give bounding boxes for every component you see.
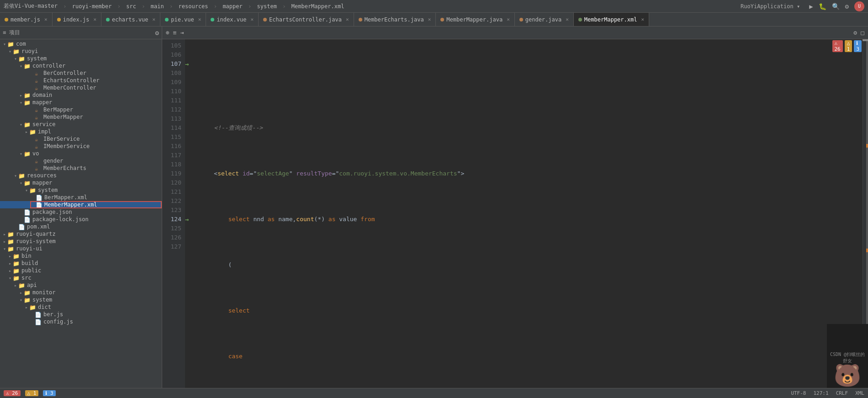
tab-index-vue[interactable]: index.vue ✕: [206, 13, 259, 26]
tree-item-package-json[interactable]: 📄 package.json: [0, 208, 162, 216]
tree-item-controller[interactable]: ▾ 📁 controller: [0, 62, 162, 69]
search-icon[interactable]: 🔍: [832, 3, 840, 10]
code-editor[interactable]: <!--查询成绩--> <select id="selectAge" resul…: [194, 39, 863, 388]
view-icon[interactable]: □: [861, 29, 864, 36]
tree-item-bin[interactable]: ▸ 📁 bin: [0, 252, 162, 260]
close-tab-icon[interactable]: ✕: [346, 16, 349, 22]
scroll-indicator[interactable]: [863, 39, 868, 41]
expand-arrow: ▾: [2, 246, 7, 251]
code-line-106: <!--查询成绩-->: [200, 123, 857, 133]
tab-member-mapper-java[interactable]: MemberMapper.java ✕: [436, 13, 514, 26]
tree-item-build[interactable]: ▸ 📁 build: [0, 260, 162, 267]
expand-arrow: ▸: [18, 93, 24, 98]
tab-member-js[interactable]: member.js ✕: [0, 13, 53, 26]
tree-item-monitor[interactable]: ▸ 📁 monitor: [0, 289, 162, 296]
tree-item-pom-xml[interactable]: 📄 pom.xml: [0, 223, 162, 230]
tree-item-domain[interactable]: ▸ 📁 domain: [0, 91, 162, 99]
java-file-icon: ☕: [35, 85, 42, 90]
expand-arrow: ▾: [7, 276, 13, 281]
navigate-back-icon[interactable]: ⊕: [166, 29, 169, 36]
tree-item-ruoyi[interactable]: ▾ 📁 ruoyi: [0, 48, 162, 55]
settings2-icon[interactable]: ⚙: [853, 29, 857, 36]
tree-item-mapper-xml[interactable]: ▾ 📁 mapper: [0, 179, 162, 186]
tree-item-package-lock-json[interactable]: 📄 package-lock.json: [0, 216, 162, 223]
tree-item-member-mapper-xml[interactable]: 📄 MemberMapper.xml: [0, 201, 162, 208]
tree-item-resources[interactable]: ▾ 📁 resources: [0, 172, 162, 179]
close-tab-icon[interactable]: ✕: [641, 16, 644, 22]
json-file-icon: 📄: [24, 209, 31, 215]
tree-item-dict[interactable]: ▸ 📁 dict: [0, 303, 162, 311]
tree-item-public[interactable]: ▸ 📁 public: [0, 267, 162, 274]
folder-icon: 📁: [13, 48, 20, 54]
tree-item-ruoyi-system[interactable]: ▸ 📁 ruoyi-system: [0, 238, 162, 245]
folder-icon: 📁: [29, 129, 37, 134]
tab-member-echarts-java[interactable]: MemberEcharts.java ✕: [354, 13, 436, 26]
tree-item-ruoyi-quartz[interactable]: ▸ 📁 ruoyi-quartz: [0, 230, 162, 238]
tab-echarts-vue[interactable]: echarts.vue ✕: [101, 13, 160, 26]
tab-index-js[interactable]: index.js ✕: [53, 13, 101, 26]
tree-item-api[interactable]: ▸ 📁 api: [0, 281, 162, 289]
tree-item-ber-js[interactable]: 📄 ber.js: [0, 311, 162, 318]
expand-arrow: ▸: [24, 305, 29, 310]
tree-item-config-js[interactable]: 📄 config.js: [0, 318, 162, 325]
folder-icon: 📁: [24, 92, 31, 98]
indent-icon[interactable]: ⇥: [180, 29, 184, 36]
tree-item-com[interactable]: ▾ 📁 com: [0, 40, 162, 48]
tree-item-src[interactable]: ▾ 📁 src: [0, 274, 162, 281]
close-tab-icon[interactable]: ✕: [566, 16, 569, 22]
line-numbers: 105 106 107 108 109 110 111 112 113 114 …: [162, 39, 185, 388]
expand-arrow: ▸: [2, 232, 7, 237]
java-file-icon: ☕: [35, 70, 42, 76]
info-count-badge: ℹ 3: [854, 40, 862, 52]
expand-arrow: ▾: [13, 173, 18, 178]
tree-item-system-xml[interactable]: ▾ 📁 system: [0, 186, 162, 194]
tree-item-vo[interactable]: ▾ 📁 vo: [0, 150, 162, 157]
tree-item-ber-mapper-xml[interactable]: 📄 BerMapper.xml: [0, 194, 162, 201]
status-filetype: XML: [855, 390, 864, 396]
settings-icon[interactable]: ⚙: [155, 29, 159, 37]
tab-gender-java[interactable]: gender.java ✕: [515, 13, 574, 26]
js-icon: [57, 18, 61, 21]
tab-pie-vue[interactable]: pie.vue ✕: [160, 13, 206, 26]
tree-item-member-echarts[interactable]: ☕ MemberEcharts: [0, 165, 162, 172]
run-icon[interactable]: ▶: [809, 3, 813, 10]
status-line-col: 127:1: [814, 390, 829, 396]
settings-icon[interactable]: ⚙: [845, 3, 849, 10]
expand-arrow: ▾: [18, 64, 24, 69]
tree-item-member-controller[interactable]: ☕ MemberController: [0, 84, 162, 91]
close-tab-icon[interactable]: ✕: [428, 16, 431, 22]
tree-item-member-mapper-java[interactable]: ☕ MemberMapper: [0, 113, 162, 121]
tree-item-service[interactable]: ▾ 📁 service: [0, 121, 162, 128]
tree-item-ruoyi-ui[interactable]: ▾ 📁 ruoyi-ui: [0, 245, 162, 252]
tree-item-system-ui[interactable]: ▾ 📁 system: [0, 296, 162, 303]
expand-arrow: ▾: [18, 297, 24, 302]
close-tab-icon[interactable]: ✕: [93, 16, 96, 22]
close-tab-icon[interactable]: ✕: [44, 16, 48, 22]
align-icon[interactable]: ≡: [173, 29, 177, 36]
tree-item-ber-mapper[interactable]: ☕ BerMapper: [0, 106, 162, 113]
tree-item-ber-controller[interactable]: ☕ BerController: [0, 69, 162, 77]
close-tab-icon[interactable]: ✕: [198, 16, 201, 22]
expand-arrow: ▾: [18, 180, 24, 186]
project-path: 若依Vi-Vue-master: [4, 2, 58, 10]
status-crlf: CRLF: [836, 390, 848, 396]
error-mark-1: [866, 144, 868, 148]
close-tab-icon[interactable]: ✕: [153, 16, 156, 22]
tab-member-mapper-xml[interactable]: MemberMapper.xml ✕: [574, 13, 649, 26]
debug-icon[interactable]: 🐛: [819, 3, 826, 10]
tree-item-gender-java[interactable]: ☕ gender: [0, 157, 162, 165]
avatar: U: [854, 1, 864, 11]
folder-icon: 📁: [13, 260, 20, 266]
editor-content[interactable]: 105 106 107 108 109 110 111 112 113 114 …: [162, 39, 868, 388]
tab-echarts-controller[interactable]: EchartsController.java ✕: [259, 13, 354, 26]
close-tab-icon[interactable]: ✕: [507, 16, 510, 22]
expand-arrow: ▾: [2, 42, 7, 47]
tree-item-impl[interactable]: ▸ 📁 impl: [0, 128, 162, 135]
tree-item-imember-service[interactable]: ☕ IMemberService: [0, 143, 162, 150]
tree-item-echarts-controller[interactable]: ☕ EchartsController: [0, 77, 162, 84]
tree-item-mapper-java[interactable]: ▾ 📁 mapper: [0, 99, 162, 106]
tree-item-iber-service[interactable]: ☕ IBerService: [0, 135, 162, 143]
close-tab-icon[interactable]: ✕: [250, 16, 254, 22]
tree-item-system[interactable]: ▾ 📁 system: [0, 55, 162, 62]
expand-arrow: ▾: [24, 188, 29, 193]
